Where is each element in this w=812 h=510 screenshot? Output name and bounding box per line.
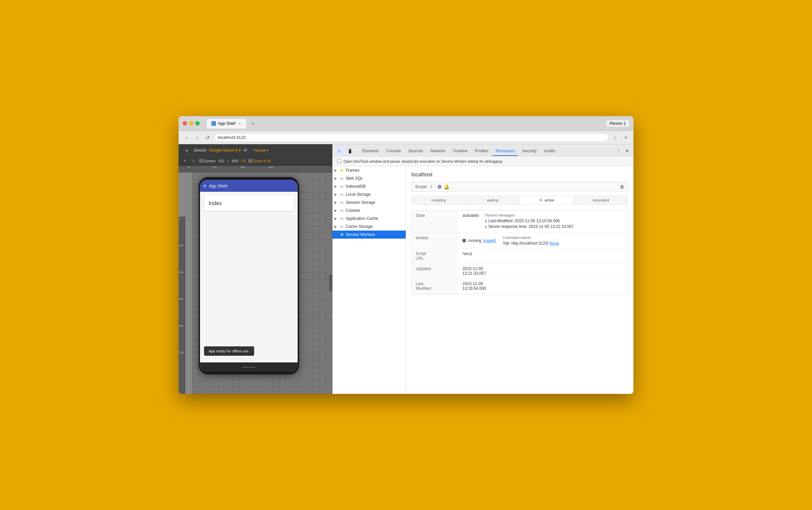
screen-info: Portrait ▾ [254,148,269,152]
localstorage-arrow: ▶ [334,193,338,196]
tree-item-localstorage[interactable]: ▶ 🗃 Local Storage [332,191,406,198]
close-button[interactable] [183,121,187,125]
phone-mockup: ≡ App Shell Index App ready for offline … [199,177,299,374]
notification-icon[interactable]: 🔔 [444,184,449,190]
ruler-tick-150: 150 [212,166,216,169]
tab-timeline[interactable]: Timeline [449,147,471,156]
recent-messages-section: Recent messages ℹ Last-Modified: 2015-11… [485,213,574,230]
status-tab-redundant[interactable]: redundant [574,196,628,204]
tree-item-indexeddb[interactable]: ▶ 🗃 IndexedDB [332,182,406,191]
last-modified-value: 2015-11-0513:15:54.000 [458,279,628,294]
message-1-text: Last-Modified: 2015-11-05 13:15:54.000 [488,219,560,224]
focus-link[interactable]: focus [549,241,559,246]
tab-favicon [211,121,216,126]
websql-arrow: ▶ [334,177,338,180]
tab-audits[interactable]: Audits [541,147,559,156]
status-tab-waiting[interactable]: waiting [466,196,520,204]
status-tab-active[interactable]: ⚙ active [520,196,574,204]
tab-profiles[interactable]: Profiles [472,147,491,156]
tree-item-frames[interactable]: ▶ 📁 Frames [332,166,406,174]
more-options-button[interactable]: ⋮ [615,147,622,154]
back-button[interactable]: ‹ [182,133,191,142]
frames-label: Frames [346,168,360,173]
minimize-button[interactable] [189,121,193,125]
tab-console[interactable]: Console [383,147,404,156]
script-url-value: /sw.js [458,249,628,264]
ruler-vertical: 0 150 300 450 600 750 [179,217,185,394]
active-tab-label: active [545,198,554,202]
ruler-tick-450: 450 [269,166,273,169]
info-icon-2: ℹ [485,225,487,229]
gear-settings-icon[interactable]: ⚙ [438,184,442,190]
cachestorage-arrow: ▶ [334,225,338,228]
orientation[interactable]: Portrait ▾ [254,148,269,152]
phone-tool-icon[interactable]: 📱 [345,147,355,156]
tab-close-button[interactable]: × [237,121,242,126]
script-url-label: ScriptURL [412,249,458,264]
scope-value: / [431,185,432,189]
url-bar[interactable]: localhost:3123 [214,133,609,142]
state-label: State [412,210,458,233]
message-2-text: Server response time: 2015-11-05 13:21:3… [488,224,574,229]
device-grid: ≡ App Shell Index App ready for offline … [192,172,332,394]
zoom-fit-label: Zoom to fit [253,159,271,163]
tree-item-cachestorage[interactable]: ▶ 🗃 Cache Storage [332,223,406,231]
tab-network[interactable]: Network [427,147,449,156]
cursor-tool-icon[interactable]: ↖ [335,147,344,156]
tree-item-appcache[interactable]: ▶ 🗃 Application Cache [332,215,406,223]
inspect-link[interactable]: inspect [483,238,496,243]
frames-arrow: ▶ [334,169,338,172]
sw-delete-button[interactable]: 🗑 [620,184,624,190]
main-content: ⊕ Device Google Nexus 6 ▾ ⟳ | Portrait ▾… [179,144,633,394]
maximize-button[interactable] [195,121,200,125]
screen-checkbox: ✓ Screen [199,159,216,163]
reload-button[interactable]: ↺ [203,133,212,142]
devtools-tab-actions: ⋮ ✕ [615,147,631,156]
url-text: localhost:3123 [218,135,605,140]
dim-x: × [227,159,229,163]
worker-label: Worker [412,233,458,249]
status-tab-installing[interactable]: installing [412,196,466,204]
sw-debug-checkbox[interactable] [337,159,341,163]
pointer-icon[interactable]: ↖ [182,158,188,164]
recent-messages-label: Recent messages [485,213,574,217]
device-selector[interactable]: Google Nexus 6 ▾ [209,148,241,152]
device-bar: ⊕ Device Google Nexus 6 ▾ ⟳ | Portrait ▾ [179,144,332,156]
v-tick-0: 0 [179,218,181,221]
zoom-checkbox: ✓ Zoom to fit [248,159,271,163]
device-phone-icon[interactable]: ▭ [191,158,197,164]
forward-button[interactable]: › [192,133,201,142]
v-tick-300: 300 [179,271,183,274]
app-title: App Shell [209,183,228,189]
tab-security[interactable]: Security [519,147,540,156]
tab-elements[interactable]: Elements [359,147,382,156]
sw-info-grid: State activated Recent messages ℹ Last-M… [411,210,628,294]
phone-home-bar [200,362,298,372]
tree-item-serviceworkers[interactable]: ⚙ Service Workers [332,231,406,238]
cookies-icon: 🗃 [339,208,344,213]
v-tick-750: 750 [179,351,183,354]
last-modified-label: Last-Modified [412,279,458,294]
tree-item-sessionstorage[interactable]: ▶ 🗃 Session Storage [332,198,406,206]
tree-item-websql[interactable]: ▶ 🗃 Web SQL [332,174,406,182]
tab-resources[interactable]: Resources [492,147,518,156]
bookmark-button[interactable]: ☆ [611,133,620,142]
stop-button[interactable] [462,239,466,242]
v-tick-450: 450 [179,298,183,301]
v-tick-150: 150 [179,244,183,247]
browser-tab[interactable]: App Shell × [206,118,247,129]
tab-title: App Shell [218,121,235,126]
menu-button[interactable]: ≡ [621,133,630,142]
new-tab-button[interactable]: + [248,119,258,128]
resize-handle[interactable]: ⋮ [329,275,332,291]
devtools-tabs: ↖ 📱 Elements Console Sources Network Tim… [332,144,633,156]
tree-item-cookies[interactable]: ▶ 🗃 Cookies [332,206,406,215]
close-devtools-button[interactable]: ✕ [623,147,631,154]
info-icon-1: ℹ [485,219,487,224]
rotate-icon[interactable]: ⟳ [243,148,247,153]
device-mode-toggle[interactable]: ⊕ [182,146,191,155]
person-button[interactable]: Person 1 [606,120,629,127]
screen-cb-icon: ✓ [199,159,203,163]
tab-sources[interactable]: Sources [405,147,426,156]
controlled-client-entry: Tab: http://localhost:3123/ focus [503,241,559,246]
